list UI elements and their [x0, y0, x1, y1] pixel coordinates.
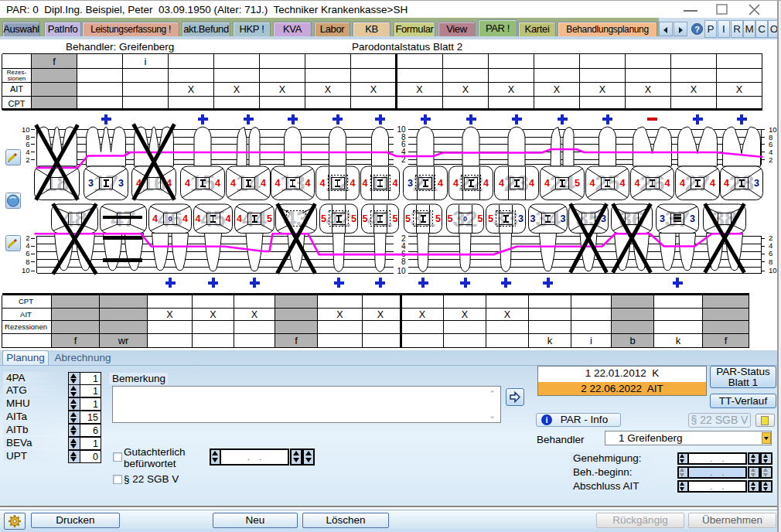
- svg-text:4: 4: [261, 178, 266, 189]
- svg-text:5: 5: [435, 213, 441, 224]
- svg-text:5: 5: [405, 213, 411, 224]
- svg-text:4: 4: [710, 178, 715, 189]
- svg-text:X: X: [554, 84, 561, 95]
- svg-text:f: f: [295, 335, 298, 346]
- svg-text:X: X: [234, 84, 240, 95]
- svg-text:X: X: [279, 84, 286, 95]
- svg-text:8: 8: [769, 257, 772, 266]
- svg-text:4: 4: [182, 213, 188, 224]
- svg-text:X: X: [508, 84, 515, 95]
- svg-text:X: X: [599, 84, 606, 95]
- svg-text:CPT: CPT: [9, 99, 26, 108]
- svg-text:5: 5: [575, 178, 580, 189]
- svg-text:4: 4: [237, 213, 242, 224]
- svg-text:i: i: [145, 56, 147, 67]
- svg-text:X: X: [377, 309, 384, 320]
- svg-text:6: 6: [769, 249, 772, 257]
- svg-text:5: 5: [267, 213, 272, 224]
- svg-text:4: 4: [275, 178, 281, 189]
- svg-text:4: 4: [230, 178, 236, 189]
- svg-text:k: k: [547, 335, 553, 346]
- svg-text:4: 4: [529, 178, 534, 189]
- svg-text:4: 4: [544, 178, 550, 189]
- svg-text:X: X: [325, 84, 332, 95]
- svg-text:4: 4: [680, 178, 685, 189]
- svg-text:X: X: [645, 84, 652, 95]
- svg-text:5: 5: [321, 213, 326, 224]
- svg-text:3: 3: [754, 178, 759, 189]
- svg-text:4: 4: [350, 178, 356, 189]
- svg-text:f: f: [725, 335, 728, 346]
- svg-text:4: 4: [152, 213, 158, 224]
- svg-text:5: 5: [363, 213, 368, 224]
- svg-text:X: X: [419, 309, 426, 320]
- svg-text:CPT: CPT: [19, 297, 33, 305]
- svg-text:4: 4: [393, 178, 398, 189]
- svg-text:4: 4: [590, 178, 595, 189]
- svg-text:4: 4: [483, 178, 489, 189]
- svg-text:X: X: [736, 84, 743, 95]
- svg-text:4: 4: [453, 178, 459, 189]
- svg-text:4: 4: [185, 178, 190, 189]
- svg-text:4: 4: [438, 178, 443, 189]
- svg-text:3: 3: [530, 213, 536, 224]
- svg-text:5: 5: [393, 213, 398, 224]
- svg-text:4: 4: [215, 178, 220, 189]
- svg-text:3: 3: [561, 213, 566, 224]
- svg-text:X: X: [462, 84, 469, 95]
- svg-text:0: 0: [168, 215, 172, 223]
- svg-text:X: X: [166, 309, 173, 320]
- svg-text:5: 5: [448, 213, 453, 224]
- svg-text:3: 3: [88, 178, 94, 189]
- svg-text:i: i: [590, 335, 592, 346]
- svg-text:0: 0: [463, 215, 467, 223]
- svg-text:4: 4: [196, 213, 201, 224]
- svg-text:X: X: [416, 84, 423, 95]
- svg-text:5: 5: [478, 213, 483, 224]
- svg-text:10: 10: [769, 266, 777, 275]
- svg-text:4: 4: [724, 178, 729, 189]
- svg-text:X: X: [462, 309, 469, 320]
- svg-text:4: 4: [499, 178, 504, 189]
- svg-text:2: 2: [769, 155, 772, 164]
- svg-text:4: 4: [665, 178, 670, 189]
- svg-text:8: 8: [401, 257, 406, 266]
- svg-text:4: 4: [305, 178, 311, 189]
- svg-text:Rezessionen: Rezessionen: [5, 322, 47, 331]
- svg-text:4: 4: [363, 178, 368, 189]
- svg-text:8: 8: [26, 257, 29, 266]
- svg-text:f: f: [53, 56, 56, 67]
- svg-text:X: X: [210, 309, 217, 320]
- svg-text:X: X: [251, 309, 258, 320]
- svg-text:AIT: AIT: [20, 310, 32, 319]
- svg-text:5: 5: [488, 213, 493, 224]
- svg-text:6: 6: [26, 249, 29, 257]
- svg-text:38: 38: [712, 206, 737, 231]
- svg-text:X: X: [336, 309, 343, 320]
- svg-text:3: 3: [518, 213, 524, 224]
- svg-text:sionen: sionen: [8, 75, 26, 82]
- svg-text:X: X: [370, 84, 377, 95]
- svg-text:4: 4: [320, 178, 326, 189]
- svg-text:f: f: [74, 335, 77, 346]
- svg-text:AIT: AIT: [10, 84, 23, 94]
- svg-text:3: 3: [690, 213, 695, 224]
- svg-text:X: X: [188, 84, 195, 95]
- svg-text:X: X: [691, 84, 697, 95]
- svg-text:b: b: [629, 335, 635, 346]
- svg-text:5: 5: [351, 213, 356, 224]
- svg-text:3: 3: [118, 178, 124, 189]
- svg-text:?: ?: [694, 25, 700, 34]
- svg-text:10: 10: [22, 266, 30, 275]
- svg-text:4: 4: [620, 178, 626, 189]
- svg-text:3: 3: [408, 178, 413, 189]
- svg-text:47: 47: [111, 206, 135, 231]
- svg-text:4: 4: [635, 178, 640, 189]
- svg-text:2: 2: [26, 155, 29, 164]
- svg-text:wr: wr: [118, 335, 129, 346]
- svg-text:10: 10: [397, 267, 406, 275]
- svg-text:X: X: [504, 309, 511, 320]
- svg-text:3: 3: [660, 213, 665, 224]
- svg-text:4: 4: [226, 213, 231, 224]
- svg-text:k: k: [676, 335, 681, 346]
